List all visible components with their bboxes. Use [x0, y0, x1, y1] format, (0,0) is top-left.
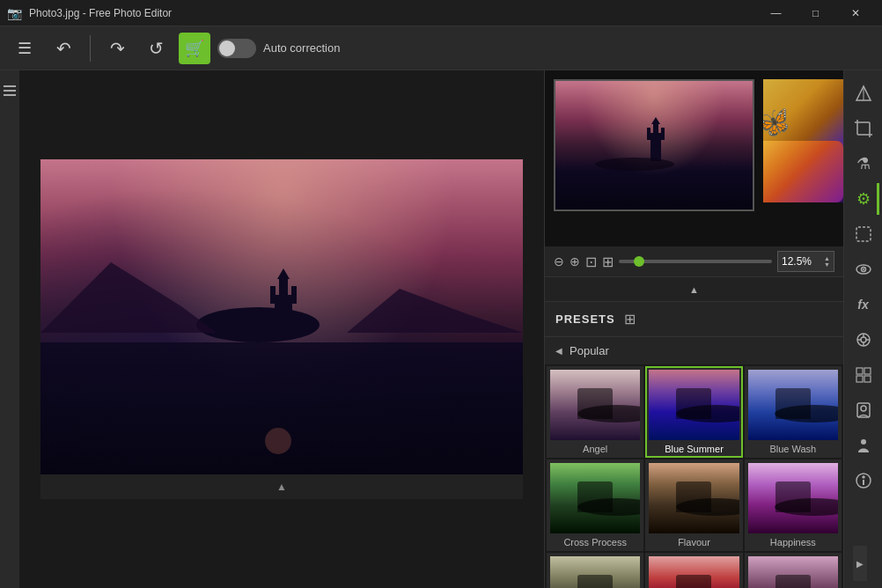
nashville-castle	[775, 575, 811, 588]
zoom-slider[interactable]	[619, 260, 772, 263]
sidebar-histogram-icon[interactable]	[848, 77, 879, 109]
presets-grid-icon[interactable]: ⊞	[624, 311, 636, 327]
preset-instant[interactable]: Instant	[645, 553, 742, 588]
canvas-bottom-bar: ▲	[40, 474, 523, 499]
sidebar-select-icon[interactable]	[848, 218, 879, 250]
preset-angel[interactable]: Angel	[547, 366, 643, 458]
zoom-slider-thumb[interactable]	[634, 256, 644, 267]
redo-icon: ↷	[110, 38, 125, 59]
sidebar-effects-icon[interactable]	[848, 254, 879, 285]
zoom-in-icon[interactable]: ⊕	[570, 254, 580, 268]
eye-svg	[855, 261, 872, 278]
presets-header: PRESETS ⊞	[545, 302, 843, 337]
expand-chevron: ▶	[856, 559, 864, 569]
preview-island	[595, 158, 674, 171]
preset-happiness-thumbnail	[748, 463, 838, 533]
svg-rect-32	[864, 368, 871, 374]
sidebar-fx-icon[interactable]: fx	[848, 289, 879, 320]
instant-castle	[676, 575, 711, 588]
fx-symbol: fx	[857, 298, 868, 312]
redo2-icon: ↺	[149, 38, 164, 59]
histogram-svg	[855, 85, 872, 102]
preset-flavour[interactable]: Flavour	[645, 459, 742, 551]
svg-rect-3	[279, 277, 288, 299]
close-button[interactable]: ✕	[835, 0, 875, 26]
preset-blue-wash-label: Blue Wash	[769, 444, 816, 454]
category-arrow: ◀	[555, 346, 562, 356]
svg-marker-13	[651, 117, 660, 124]
sidebar-portrait-icon[interactable]	[848, 394, 879, 426]
maximize-button[interactable]: □	[796, 0, 835, 26]
preset-holiday[interactable]: Holiday	[547, 553, 643, 588]
window-title: Photo3.jpg - Free Photo Editor	[29, 7, 172, 19]
zoom-fit-icon[interactable]: ⊡	[585, 254, 597, 270]
blue-wash-castle	[775, 388, 811, 419]
hamburger-line-1	[4, 85, 16, 87]
redo2-button[interactable]: ↺	[140, 33, 172, 64]
svg-point-8	[265, 428, 291, 454]
canvas-collapse-chevron[interactable]: ▲	[276, 481, 287, 493]
flask-symbol: ⚗	[856, 154, 871, 173]
svg-point-26	[861, 337, 866, 342]
presets-grid: Angel Blue Summer Blue Wash	[545, 364, 843, 588]
preset-blue-summer-thumbnail	[649, 370, 739, 440]
sidebar-adjust-icon[interactable]: ⚙	[848, 183, 879, 215]
preset-happiness[interactable]: Happiness	[745, 459, 842, 551]
zoom-value-display[interactable]: 12.5% ▲ ▼	[777, 251, 834, 272]
preview-castle	[638, 117, 673, 161]
category-popular-header[interactable]: ◀ Popular	[545, 337, 843, 364]
svg-rect-5	[279, 308, 288, 321]
flowers-decoration	[763, 141, 843, 202]
svg-point-36	[861, 406, 866, 411]
select-svg	[855, 225, 872, 243]
sidebar-person-icon[interactable]	[848, 430, 879, 461]
zoom-actual-icon[interactable]: ⊞	[602, 254, 614, 270]
zoom-down-arrow[interactable]: ▼	[824, 261, 830, 268]
undo-button[interactable]: ↶	[48, 33, 79, 64]
preset-angel-label: Angel	[583, 444, 607, 454]
sidebar-crop-icon[interactable]	[848, 113, 879, 144]
preset-holiday-thumbnail	[550, 556, 640, 588]
sidebar-enhance-icon[interactable]: ⚗	[848, 148, 879, 180]
preset-cross-process-thumbnail	[550, 463, 640, 533]
svg-rect-34	[864, 376, 871, 382]
hamburger-icon: ☰	[18, 39, 32, 58]
layers-svg	[855, 331, 872, 349]
panel-collapse-arrow[interactable]: ▲	[689, 284, 699, 295]
preset-nashville[interactable]: Nashville	[745, 553, 842, 588]
main-image	[40, 159, 523, 474]
presets-content: ◀ Popular Angel	[545, 337, 843, 588]
sidebar-texture-icon[interactable]	[848, 359, 879, 391]
svg-point-37	[861, 439, 866, 445]
zoom-out-icon[interactable]: ⊖	[554, 254, 564, 268]
right-panel: 🦋 ⊖ ⊕ ⊡ ⊞ 12.5% ▲ ▼ ▲	[544, 70, 843, 588]
cart-button[interactable]: 🛒	[179, 33, 210, 64]
auto-correction-label: Auto correction	[263, 41, 340, 55]
mountain-left	[40, 245, 217, 333]
minimize-button[interactable]: —	[756, 0, 796, 26]
sidebar-info-icon[interactable]	[848, 465, 879, 496]
menu-button[interactable]: ☰	[9, 33, 40, 64]
left-menu-button[interactable]	[0, 77, 19, 104]
preset-instant-thumbnail	[649, 556, 739, 588]
auto-correction-toggle[interactable]	[217, 39, 256, 58]
svg-point-24	[863, 268, 864, 270]
preset-nashville-thumbnail	[748, 556, 838, 588]
preset-flavour-label: Flavour	[678, 537, 710, 548]
zoom-bar: ⊖ ⊕ ⊡ ⊞ 12.5% ▲ ▼	[545, 246, 843, 277]
svg-rect-16	[857, 122, 870, 135]
zoom-value: 12.5%	[782, 255, 812, 268]
person-svg	[855, 437, 872, 454]
zoom-up-arrow[interactable]: ▲	[824, 255, 830, 261]
sidebar-layers-icon[interactable]	[848, 324, 879, 356]
redo-button[interactable]: ↷	[101, 33, 133, 64]
left-sidebar	[0, 70, 19, 588]
title-bar-left: 📷 Photo3.jpg - Free Photo Editor	[7, 6, 172, 20]
zoom-arrows[interactable]: ▲ ▼	[824, 255, 830, 268]
preset-blue-summer[interactable]: Blue Summer	[645, 366, 742, 458]
preset-blue-wash[interactable]: Blue Wash	[745, 366, 842, 458]
svg-marker-6	[40, 262, 217, 333]
auto-correction-group: Auto correction	[217, 39, 340, 58]
expand-panel-button[interactable]: ▶	[853, 546, 867, 581]
preset-cross-process[interactable]: Cross Process	[547, 459, 643, 551]
